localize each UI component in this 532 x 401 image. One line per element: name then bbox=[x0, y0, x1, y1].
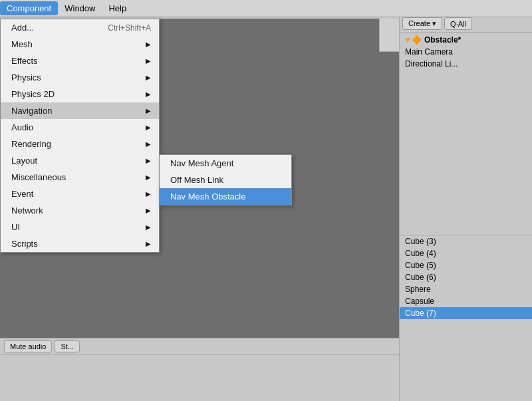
viewport-top-right-panel bbox=[379, 19, 399, 52]
menu-bar: Component Window Help bbox=[0, 0, 532, 17]
menu-item-layout[interactable]: Layout ▶ bbox=[1, 152, 159, 169]
unity-icon: ▼🔶 bbox=[404, 35, 422, 45]
menu-item-mesh[interactable]: Mesh ▶ bbox=[1, 36, 159, 53]
menu-item-physics2d[interactable]: Physics 2D ▶ bbox=[1, 86, 159, 102]
menu-item-add[interactable]: Add... Ctrl+Shift+A bbox=[1, 19, 159, 36]
hierarchy-toolbar: Create ▾ Q·All bbox=[400, 15, 532, 33]
tree-item-directional-light[interactable]: Directional Li... bbox=[400, 58, 532, 70]
list-item-cube3[interactable]: Cube (3) bbox=[400, 235, 532, 247]
search-all-button[interactable]: Q·All bbox=[444, 17, 472, 30]
menu-item-navigation[interactable]: Navigation ▶ bbox=[1, 102, 159, 119]
create-button[interactable]: Create ▾ bbox=[402, 17, 442, 30]
list-item-capsule[interactable]: Capsule bbox=[400, 295, 532, 307]
menu-help[interactable]: Help bbox=[102, 1, 133, 15]
menu-item-network[interactable]: Network ▶ bbox=[1, 202, 159, 219]
menu-item-ui[interactable]: UI ▶ bbox=[1, 219, 159, 235]
menu-item-event[interactable]: Event ▶ bbox=[1, 186, 159, 202]
menu-window[interactable]: Window bbox=[58, 1, 102, 15]
root-tree-item[interactable]: ▼🔶 Obstacle* bbox=[400, 34, 532, 46]
list-item-cube7[interactable]: Cube (7) bbox=[400, 307, 532, 319]
menu-item-miscellaneous[interactable]: Miscellaneous ▶ bbox=[1, 169, 159, 186]
hierarchy-tree: ▼🔶 Obstacle* Main Camera Directional Li.… bbox=[400, 33, 532, 71]
list-item-cube5[interactable]: Cube (5) bbox=[400, 259, 532, 271]
component-dropdown-menu: Add... Ctrl+Shift+A Mesh ▶ Effects ▶ Phy… bbox=[0, 19, 160, 253]
stats-button[interactable]: St... bbox=[55, 340, 80, 352]
tree-item-main-camera[interactable]: Main Camera bbox=[400, 46, 532, 58]
submenu-item-nav-mesh-agent[interactable]: Nav Mesh Agent bbox=[160, 155, 291, 172]
submenu-item-nav-mesh-obstacle[interactable]: Nav Mesh Obstacle bbox=[160, 188, 291, 205]
menu-item-scripts[interactable]: Scripts ▶ bbox=[1, 235, 159, 252]
mute-audio-button[interactable]: Mute audio bbox=[4, 340, 52, 352]
list-item-cube4[interactable]: Cube (4) bbox=[400, 247, 532, 259]
menu-item-audio[interactable]: Audio ▶ bbox=[1, 119, 159, 136]
list-panel: Cube (3) Cube (4) Cube (5) Cube (6) Sphe… bbox=[399, 235, 532, 401]
menu-item-physics[interactable]: Physics ▶ bbox=[1, 69, 159, 86]
navigation-submenu: Nav Mesh Agent Off Mesh Link Nav Mesh Ob… bbox=[159, 154, 292, 205]
menu-item-effects[interactable]: Effects ▶ bbox=[1, 53, 159, 69]
bottom-area: Mute audio St... bbox=[0, 338, 399, 401]
menu-item-rendering[interactable]: Rendering ▶ bbox=[1, 136, 159, 152]
menu-component[interactable]: Component bbox=[0, 1, 58, 15]
list-item-sphere[interactable]: Sphere bbox=[400, 283, 532, 295]
bottom-toolbar: Mute audio St... bbox=[0, 338, 399, 355]
submenu-item-off-mesh-link[interactable]: Off Mesh Link bbox=[160, 172, 291, 188]
list-item-cube6[interactable]: Cube (6) bbox=[400, 271, 532, 283]
